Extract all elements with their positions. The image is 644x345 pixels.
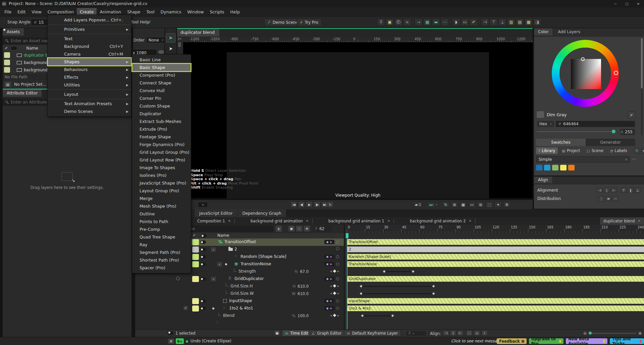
bounds-icon[interactable]: ⬚	[486, 202, 493, 208]
layer-color-swatch[interactable]	[192, 261, 199, 267]
layer-color-swatch[interactable]	[192, 305, 199, 312]
create-menu-item-demo-scenes[interactable]: Demo Scenes▶	[48, 108, 131, 115]
submenu-item-quad-tree-shape[interactable]: Quad Tree Shape	[132, 233, 191, 241]
keyframe-icon[interactable]	[382, 270, 386, 273]
checker-icon[interactable]: ▦	[423, 18, 431, 26]
create-menu-item-background[interactable]: BackgroundCtrl+Y	[48, 43, 131, 50]
alpha-slider-track[interactable]	[537, 131, 614, 132]
status-align-button-2[interactable]: ⊢	[457, 330, 463, 336]
menubar-item-tool[interactable]: Tool	[143, 8, 157, 16]
submenu-item-mesh-shape-pro-[interactable]: Mesh Shape (Pro)	[132, 202, 191, 210]
submenu-item-pre-comp[interactable]: Pre-Comp	[132, 225, 191, 233]
attribute-value[interactable]: %100.0	[292, 314, 309, 318]
layer-color-swatch[interactable]	[192, 276, 199, 282]
create-menu-item-shapes[interactable]: Shapes▶	[48, 58, 131, 66]
add-layers-tab[interactable]: Add Layers	[554, 28, 584, 36]
alpha-slider-handle[interactable]	[612, 130, 615, 133]
minimize-button[interactable]: ─	[610, 0, 621, 7]
try-pro-button[interactable]: ⚡ Try Pro	[297, 18, 322, 26]
color-eyedropper-button[interactable]: ✐	[628, 111, 636, 119]
menubar-item-edit[interactable]: Edit	[14, 8, 29, 16]
close-tab-icon[interactable]: ✕	[306, 219, 309, 223]
expand-chevron-icon[interactable]: ∨	[217, 262, 222, 267]
refresh-icon[interactable]: ↻	[442, 202, 449, 208]
submenu-item-basic-shape[interactable]: Basic Shape	[132, 64, 191, 71]
solo-dot-icon[interactable]	[212, 307, 214, 309]
playhead-line[interactable]	[347, 233, 347, 329]
notification-feedback[interactable]: Feedback	[497, 338, 527, 344]
submenu-item-basic-line[interactable]: Basic Line	[132, 56, 191, 64]
submenu-item-footage-shape[interactable]: Footage Shape	[132, 133, 191, 141]
duplicate-view-icon[interactable]: ⧉	[477, 202, 484, 208]
pen-tool-icon[interactable]: ✐	[470, 18, 478, 26]
keyframe-diamond-icon[interactable]	[333, 270, 336, 273]
zoom-out-icon[interactable]: ⊖	[583, 331, 587, 336]
list-view-icon[interactable]: ≡	[641, 148, 644, 153]
link-ring-icon[interactable]	[336, 263, 339, 266]
create-menu-item-text-animation-presets[interactable]: Text Animation Presets▶	[48, 100, 131, 108]
attribute-value[interactable]: H610.0	[292, 284, 309, 289]
align-bottom-icon[interactable]: ⊥	[498, 18, 506, 26]
next-key-arrow-icon[interactable]: ▸	[337, 284, 339, 288]
enabled-checkbox[interactable]: ✓	[183, 306, 188, 310]
assets-tab[interactable]: Assets	[3, 28, 24, 36]
next-message-link[interactable]: Click to see next message	[451, 339, 502, 343]
create-menu-item-primitives[interactable]: Primitives▶	[48, 25, 131, 33]
keyframe-diamond-icon[interactable]	[333, 292, 336, 295]
parent-child-pill[interactable]: ◐▶	[324, 240, 334, 244]
keyframe-icon[interactable]	[412, 270, 415, 273]
distribute-button-2[interactable]: ⋯	[612, 196, 619, 201]
color-tab[interactable]: Color	[534, 28, 552, 36]
dither-icon[interactable]: ✦	[494, 202, 502, 208]
library-tab-labels[interactable]: ◔Labels	[607, 147, 630, 154]
status-align-button-1[interactable]: ∣	[450, 330, 456, 336]
create-menu-item-camera[interactable]: CameraCtrl+M	[48, 50, 131, 58]
keyframe-icon[interactable]	[432, 292, 435, 295]
color-swatch-chip[interactable]	[568, 165, 575, 170]
viewport-settings-gear-icon[interactable]: ⚙	[503, 202, 511, 208]
grid-view-icon[interactable]: ⠿	[634, 148, 640, 153]
submenu-item-duplicator[interactable]: Duplicator	[132, 110, 191, 118]
tool-strip-handle[interactable]: ⋯	[165, 28, 176, 32]
frame-field[interactable]: F 62	[313, 225, 332, 232]
layer-visibility-toggle[interactable]	[200, 248, 206, 251]
library-tab-project[interactable]: ▤Project	[559, 147, 583, 154]
layer-bar[interactable]: 1to2 & 4to1	[347, 305, 644, 311]
filter-settings-icon[interactable]: ≡	[304, 225, 310, 232]
pill-icon[interactable]: ▬	[432, 18, 440, 26]
eyedropper-icon[interactable]: ✐	[193, 233, 196, 237]
grid-cells-icon[interactable]: ▦	[525, 18, 533, 26]
submenu-item-component-pro-[interactable]: Component (Pro)	[132, 71, 191, 79]
layer-color-swatch[interactable]	[192, 247, 199, 253]
frame-f-icon[interactable]: Ⓕ	[394, 18, 402, 26]
layer-bar[interactable]: TransitionOffset	[347, 239, 644, 245]
visibility-header-icon[interactable]	[201, 234, 207, 237]
align-button-0[interactable]: ⊣	[597, 188, 603, 193]
create-menu-item-text[interactable]: Text	[48, 35, 131, 43]
align-button-4[interactable]: ‖	[628, 188, 634, 193]
layer-color-swatch[interactable]	[192, 298, 199, 304]
attribute-value[interactable]: %67.0	[294, 269, 309, 274]
align-button-1[interactable]: ∣	[604, 188, 610, 193]
mini-view-button[interactable]: ▣	[274, 330, 280, 336]
play-button[interactable]: ▶	[306, 201, 313, 208]
menubar-item-dynamics[interactable]: Dynamics	[158, 8, 184, 16]
submenu-item-javascript-shape-pro-[interactable]: JavaScript Shape (Pro)	[132, 179, 191, 187]
menubar-item-file[interactable]: File	[1, 8, 14, 16]
layer-color-swatch[interactable]	[192, 239, 199, 245]
submenu-item-ray[interactable]: Ray	[132, 241, 191, 249]
notification-tips-and-tricks[interactable]: Tips and Tricks	[610, 338, 644, 344]
submenu-item-spacer-pro-[interactable]: Spacer (Pro)	[132, 264, 191, 272]
keyframe-icon[interactable]	[391, 314, 394, 318]
rows-icon[interactable]: ▤	[516, 18, 524, 26]
submenu-item-shortest-path-pro-[interactable]: Shortest Path (Pro)	[132, 256, 191, 264]
close-tab-icon[interactable]: ✕	[387, 219, 390, 223]
status-align-button-3[interactable]: ⬚	[466, 330, 472, 336]
attribute-row-grid-size-w[interactable]: Grid.Size.WW610.0◂▸	[135, 290, 344, 297]
notification-new-beta-available[interactable]: New Beta Available	[566, 338, 608, 344]
sv-marker[interactable]	[581, 57, 585, 61]
attribute-row-blend[interactable]: Blend%100.0◂▸	[135, 312, 344, 320]
link-ring-icon[interactable]	[336, 307, 339, 310]
layer-bar[interactable]: TransitionNoise	[347, 261, 644, 267]
layer-row-inputshape[interactable]: inputShape◐▶	[135, 297, 344, 305]
